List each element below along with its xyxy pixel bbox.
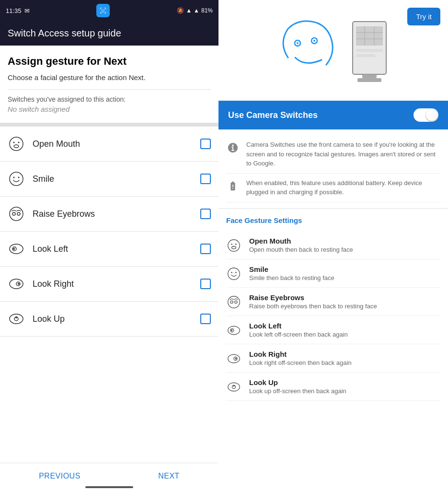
gesture-checkbox-look-up[interactable] bbox=[200, 314, 211, 324]
svg-point-11 bbox=[17, 212, 20, 215]
right-gesture-desc-open-mouth: Open mouth then back to resting face bbox=[249, 246, 353, 253]
right-gesture-desc-look-left: Look left off-screen then back again bbox=[249, 331, 348, 338]
battery-display: 81% bbox=[201, 7, 213, 14]
svg-point-51 bbox=[228, 383, 240, 391]
right-gesture-look-right: Look Right Look right off-screen then ba… bbox=[226, 344, 440, 373]
svg-point-43 bbox=[230, 301, 233, 303]
right-gesture-name-smile: Smile bbox=[249, 265, 334, 273]
svg-point-50 bbox=[235, 358, 237, 360]
gesture-list: Open Mouth Smile bbox=[0, 127, 218, 463]
phone-illustration bbox=[350, 19, 393, 86]
right-gesture-name-look-up: Look Up bbox=[249, 378, 346, 386]
assign-title: Assign gesture for Next bbox=[8, 55, 211, 68]
svg-point-22 bbox=[297, 42, 299, 44]
svg-point-41 bbox=[235, 272, 237, 273]
try-it-button[interactable]: Try it bbox=[407, 8, 440, 25]
svg-point-39 bbox=[228, 268, 240, 280]
svg-point-17 bbox=[18, 283, 20, 285]
svg-point-44 bbox=[235, 301, 237, 303]
switches-label: Switches you've assigned to this action: bbox=[8, 95, 211, 103]
app-title: Switch Access setup guide bbox=[8, 28, 121, 38]
gesture-item-look-right[interactable]: Look Right bbox=[0, 267, 218, 302]
status-bar: 11:35 ✉ 🔕 ▲ ▲ 81% bbox=[0, 0, 218, 21]
gesture-checkbox-open-mouth[interactable] bbox=[200, 139, 211, 149]
svg-rect-26 bbox=[356, 26, 383, 46]
svg-rect-31 bbox=[356, 49, 383, 52]
use-camera-switches-section: Use Camera Switches bbox=[218, 101, 448, 129]
right-gesture-text-look-right: Look Right Look right off-screen then ba… bbox=[249, 350, 352, 366]
gesture-checkbox-look-right[interactable] bbox=[200, 279, 211, 289]
svg-point-20 bbox=[15, 316, 17, 318]
face-gesture-settings-title: Face Gesture Settings bbox=[226, 216, 440, 224]
right-gesture-look-up: Look Up Look up off-screen then back aga… bbox=[226, 373, 440, 401]
look-right-icon bbox=[8, 275, 25, 292]
right-gesture-name-look-right: Look Right bbox=[249, 350, 352, 358]
gesture-item-open-mouth[interactable]: Open Mouth bbox=[0, 127, 218, 162]
svg-point-40 bbox=[231, 272, 232, 273]
camera-info-row: Camera Switches use the front camera to … bbox=[226, 135, 440, 174]
right-gesture-desc-smile: Smile then back to resting face bbox=[249, 274, 334, 281]
svg-point-5 bbox=[14, 145, 19, 148]
svg-point-38 bbox=[232, 246, 236, 248]
right-smile-icon bbox=[226, 266, 241, 281]
gesture-name-look-up: Look Up bbox=[33, 314, 193, 324]
right-look-right-icon bbox=[226, 351, 241, 366]
face-gesture-settings: Face Gesture Settings Open Mouth Open mo… bbox=[218, 209, 448, 405]
svg-point-24 bbox=[313, 40, 315, 42]
svg-rect-34 bbox=[357, 78, 381, 82]
right-gesture-text-raise-eyebrows: Raise Eyebrows Raise both eyebrows then … bbox=[249, 293, 377, 310]
bottom-nav: Previous Next bbox=[0, 463, 218, 486]
gesture-name-smile: Smile bbox=[33, 174, 193, 184]
svg-point-37 bbox=[235, 244, 237, 245]
right-gesture-name-raise-eyebrows: Raise Eyebrows bbox=[249, 293, 377, 302]
previous-button[interactable]: Previous bbox=[39, 472, 80, 480]
next-button[interactable]: Next bbox=[158, 472, 180, 480]
svg-point-47 bbox=[231, 329, 233, 331]
right-gesture-desc-raise-eyebrows: Raise both eyebrows then back to resting… bbox=[249, 303, 377, 310]
svg-point-2 bbox=[10, 137, 23, 151]
camera-switches-toggle[interactable] bbox=[414, 108, 438, 122]
home-bar bbox=[85, 486, 133, 488]
right-gesture-text-smile: Smile Smile then back to resting face bbox=[249, 265, 334, 281]
gesture-name-look-right: Look Right bbox=[33, 279, 193, 289]
svg-point-42 bbox=[228, 296, 240, 308]
svg-point-4 bbox=[18, 142, 20, 143]
right-gesture-open-mouth: Open Mouth Open mouth then back to resti… bbox=[226, 231, 440, 259]
gesture-item-raise-eyebrows[interactable]: Raise Eyebrows bbox=[0, 197, 218, 232]
gesture-item-look-left[interactable]: Look Left bbox=[0, 232, 218, 267]
svg-point-8 bbox=[18, 177, 20, 178]
right-look-up-icon bbox=[226, 379, 241, 395]
left-panel: 11:35 ✉ 🔕 ▲ ▲ 81% Switch Access setup gu… bbox=[0, 0, 218, 491]
gesture-item-smile[interactable]: Smile bbox=[0, 162, 218, 197]
gesture-checkbox-raise-eyebrows[interactable] bbox=[200, 209, 211, 219]
gesture-name-raise-eyebrows: Raise Eyebrows bbox=[33, 209, 193, 219]
svg-point-0 bbox=[102, 10, 103, 11]
svg-rect-32 bbox=[356, 54, 375, 57]
email-icon: ✉ bbox=[24, 7, 30, 14]
gesture-item-look-up[interactable]: Look Up bbox=[0, 302, 218, 337]
right-gesture-text-open-mouth: Open Mouth Open mouth then back to resti… bbox=[249, 237, 353, 253]
info-section: Camera Switches use the front camera to … bbox=[218, 129, 448, 208]
right-gesture-desc-look-up: Look up off-screen then back again bbox=[249, 387, 346, 395]
gesture-checkbox-look-left[interactable] bbox=[200, 244, 211, 254]
right-raise-eyebrows-icon bbox=[226, 294, 241, 310]
right-gesture-raise-eyebrows: Raise Eyebrows Raise both eyebrows then … bbox=[226, 288, 440, 316]
svg-point-35 bbox=[228, 239, 240, 251]
signal-icon: ▲ bbox=[194, 7, 199, 14]
gesture-checkbox-smile[interactable] bbox=[200, 174, 211, 184]
camera-info-text: Camera Switches use the front camera to … bbox=[246, 140, 440, 168]
right-gesture-text-look-left: Look Left Look left off-screen then back… bbox=[249, 322, 348, 338]
assign-section: Assign gesture for Next Choose a facial … bbox=[0, 46, 218, 123]
time-display: 11:35 bbox=[6, 7, 22, 14]
battery-info-row: When enabled, this feature uses addition… bbox=[226, 174, 440, 202]
app-header: Switch Access setup guide bbox=[0, 21, 218, 46]
right-gesture-smile: Smile Smile then back to resting face bbox=[226, 259, 440, 288]
svg-point-10 bbox=[12, 212, 15, 215]
look-left-icon bbox=[8, 240, 25, 257]
home-indicator bbox=[0, 486, 218, 491]
svg-point-6 bbox=[10, 172, 23, 186]
gesture-name-open-mouth: Open Mouth bbox=[33, 139, 193, 149]
face-id-icon bbox=[96, 4, 110, 17]
right-panel: Try it bbox=[218, 0, 448, 491]
battery-info-icon bbox=[226, 179, 240, 193]
